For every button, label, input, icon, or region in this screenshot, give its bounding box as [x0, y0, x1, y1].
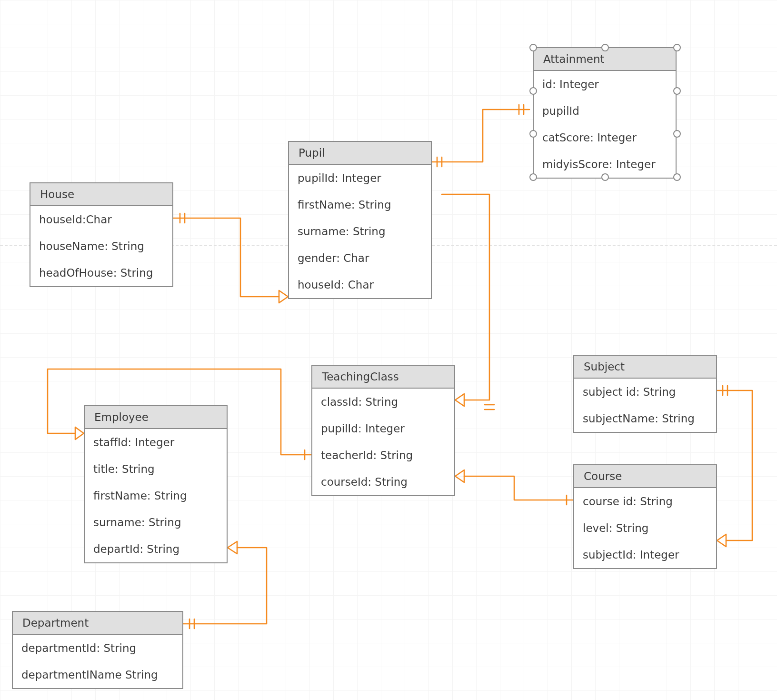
entity-title: Subject [584, 360, 625, 373]
entity-header[interactable]: Pupil [289, 142, 431, 165]
entity-house[interactable]: HousehouseId:CharhouseName: StringheadOf… [30, 182, 173, 287]
selection-handle[interactable] [529, 87, 537, 95]
entity-attainment[interactable]: Attainmentid: IntegerpupilIdcatScore: In… [533, 47, 677, 179]
entity-attr: teacherId: String [312, 442, 454, 469]
entity-attr: departmentIName String [13, 661, 182, 688]
entity-pupil[interactable]: PupilpupilId: IntegerfirstName: Stringsu… [288, 141, 432, 299]
entity-attr: subjectId: Integer [574, 541, 716, 568]
entity-attr: id: Integer [534, 71, 676, 98]
entity-employee[interactable]: EmployeestaffId: Integertitle: Stringfir… [84, 405, 228, 563]
selection-handle[interactable] [673, 173, 681, 181]
entity-title: House [40, 188, 74, 200]
entity-header[interactable]: Subject [574, 356, 716, 379]
entity-title: Employee [94, 411, 149, 423]
entity-attr: courseId: String [312, 469, 454, 495]
selection-handle[interactable] [529, 173, 537, 181]
entity-title: TeachingClass [322, 370, 399, 383]
entity-attr: catScore: Integer [534, 124, 676, 151]
entity-attr: surname: String [85, 509, 227, 536]
entity-attr: staffId: Integer [85, 429, 227, 456]
entity-attr: course id: String [574, 488, 716, 515]
entity-attr: surname: String [289, 218, 431, 245]
entity-attr: departmentId: String [13, 635, 182, 661]
selection-handle[interactable] [601, 44, 609, 51]
entity-title: Attainment [543, 53, 605, 65]
entity-header[interactable]: Course [574, 465, 716, 488]
entity-title: Course [584, 470, 622, 482]
entity-header[interactable]: House [30, 183, 172, 206]
selection-handle[interactable] [601, 173, 609, 181]
entity-header[interactable]: Employee [85, 406, 227, 429]
entity-attr: firstName: String [289, 191, 431, 218]
selection-handle[interactable] [529, 44, 537, 51]
entity-attr: level: String [574, 515, 716, 541]
entity-attr: pupilId [534, 98, 676, 124]
entity-attr: gender: Char [289, 245, 431, 271]
entity-header[interactable]: Department [13, 612, 182, 635]
entity-header[interactable]: Attainment [534, 48, 676, 71]
entity-subject[interactable]: Subjectsubject id: StringsubjectName: St… [573, 355, 717, 433]
entity-header[interactable]: TeachingClass [312, 366, 454, 389]
selection-handle[interactable] [673, 87, 681, 95]
entity-attr: headOfHouse: String [30, 260, 172, 286]
entity-teachingclass[interactable]: TeachingClassclassId: StringpupilId: Int… [311, 365, 455, 496]
entity-attr: pupilId: Integer [312, 415, 454, 442]
entity-attr: subject id: String [574, 379, 716, 405]
entity-title: Pupil [299, 147, 325, 159]
entity-attr: title: String [85, 456, 227, 482]
entity-attr: houseId: Char [289, 271, 431, 298]
entity-attr: pupilId: Integer [289, 165, 431, 191]
entity-attr: houseName: String [30, 233, 172, 260]
diagram-canvas[interactable]: HousehouseId:CharhouseName: StringheadOf… [0, 0, 777, 700]
entity-title: Department [22, 617, 89, 629]
entity-attr: houseId:Char [30, 206, 172, 233]
entity-course[interactable]: Coursecourse id: Stringlevel: Stringsubj… [573, 464, 717, 569]
entity-attr: departId: String [85, 536, 227, 562]
entity-attr: classId: String [312, 389, 454, 415]
entity-department[interactable]: DepartmentdepartmentId: Stringdepartment… [12, 611, 183, 689]
entity-attr: subjectName: String [574, 405, 716, 432]
entity-attr: firstName: String [85, 482, 227, 509]
selection-handle[interactable] [673, 44, 681, 51]
